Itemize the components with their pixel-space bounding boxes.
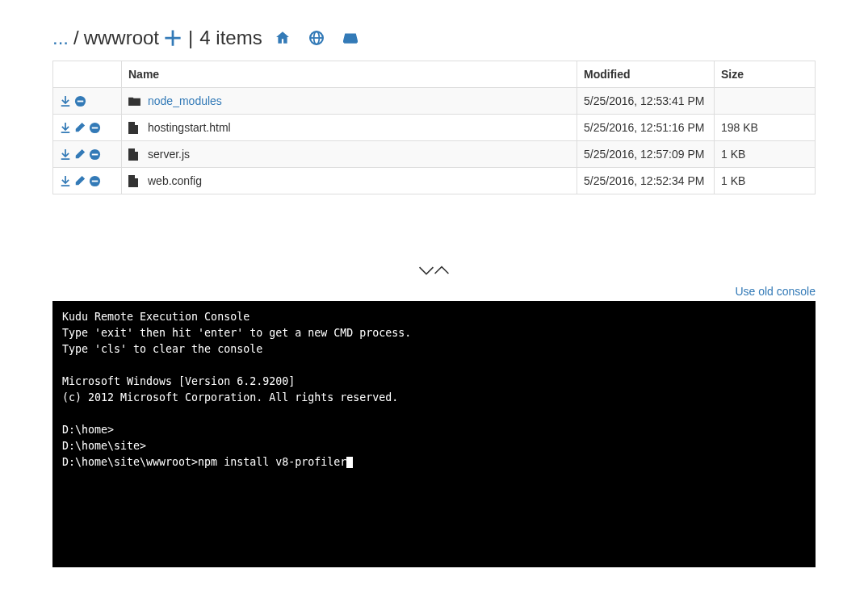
file-table: Name Modified Size node_modules5/25/2016… bbox=[52, 61, 816, 194]
size-cell: 1 KB bbox=[715, 168, 816, 194]
folder-icon bbox=[128, 96, 141, 107]
svg-rect-6 bbox=[92, 127, 99, 128]
console-terminal[interactable]: Kudu Remote Execution Console Type 'exit… bbox=[52, 301, 816, 567]
file-icon bbox=[128, 175, 141, 187]
modified-cell: 5/25/2016, 12:57:09 PM bbox=[577, 141, 715, 168]
folder-link[interactable]: node_modules bbox=[148, 94, 222, 107]
file-name: web.config bbox=[148, 174, 202, 187]
delete-icon[interactable] bbox=[89, 148, 101, 161]
svg-rect-10 bbox=[92, 180, 99, 182]
modified-cell: 5/25/2016, 12:51:16 PM bbox=[577, 115, 715, 141]
file-icon bbox=[128, 148, 141, 161]
home-icon[interactable] bbox=[275, 31, 290, 45]
delete-icon[interactable] bbox=[74, 95, 86, 107]
table-row: web.config5/25/2016, 12:52:34 PM1 KB bbox=[53, 168, 816, 194]
chevron-up-icon bbox=[434, 263, 449, 279]
download-icon[interactable] bbox=[60, 95, 71, 107]
breadcrumb-parent-link[interactable]: ... bbox=[52, 27, 69, 49]
table-row: server.js5/25/2016, 12:57:09 PM1 KB bbox=[53, 141, 816, 168]
edit-icon[interactable] bbox=[74, 122, 86, 133]
delete-icon[interactable] bbox=[89, 122, 101, 134]
globe-icon[interactable] bbox=[309, 31, 324, 45]
modified-cell: 5/25/2016, 12:53:41 PM bbox=[577, 88, 715, 115]
file-name: server.js bbox=[148, 148, 190, 161]
svg-rect-4 bbox=[78, 100, 84, 102]
col-name[interactable]: Name bbox=[122, 61, 577, 88]
breadcrumb-divider: | bbox=[188, 27, 193, 49]
col-size[interactable]: Size bbox=[715, 61, 816, 88]
console-cursor bbox=[346, 457, 353, 468]
col-actions bbox=[53, 61, 122, 88]
size-cell bbox=[715, 88, 816, 115]
console-prompt-line[interactable]: D:\home\site\wwwroot>npm install v8-prof… bbox=[62, 456, 346, 468]
edit-icon[interactable] bbox=[74, 175, 86, 186]
modified-cell: 5/25/2016, 12:52:34 PM bbox=[577, 168, 715, 194]
file-icon bbox=[128, 122, 141, 134]
table-row: node_modules5/25/2016, 12:53:41 PM bbox=[53, 88, 816, 115]
delete-icon[interactable] bbox=[89, 175, 101, 187]
disk-icon[interactable] bbox=[343, 31, 358, 45]
download-icon[interactable] bbox=[60, 122, 71, 133]
size-cell: 198 KB bbox=[715, 115, 816, 141]
download-icon[interactable] bbox=[60, 175, 71, 186]
breadcrumb-separator: / bbox=[73, 27, 79, 49]
svg-rect-8 bbox=[92, 153, 99, 155]
add-icon[interactable] bbox=[164, 29, 182, 47]
breadcrumb-current: wwwroot bbox=[84, 27, 159, 49]
table-row: hostingstart.html5/25/2016, 12:51:16 PM1… bbox=[53, 115, 816, 141]
download-icon[interactable] bbox=[60, 148, 71, 160]
size-cell: 1 KB bbox=[715, 141, 816, 168]
breadcrumb: ... / wwwroot | 4 items bbox=[52, 27, 816, 49]
edit-icon[interactable] bbox=[74, 148, 86, 160]
col-modified[interactable]: Modified bbox=[577, 61, 715, 88]
use-old-console-link[interactable]: Use old console bbox=[735, 285, 816, 298]
item-count-label: 4 items bbox=[199, 27, 262, 49]
file-name: hostingstart.html bbox=[148, 121, 231, 134]
splitter-handle[interactable] bbox=[0, 263, 868, 280]
